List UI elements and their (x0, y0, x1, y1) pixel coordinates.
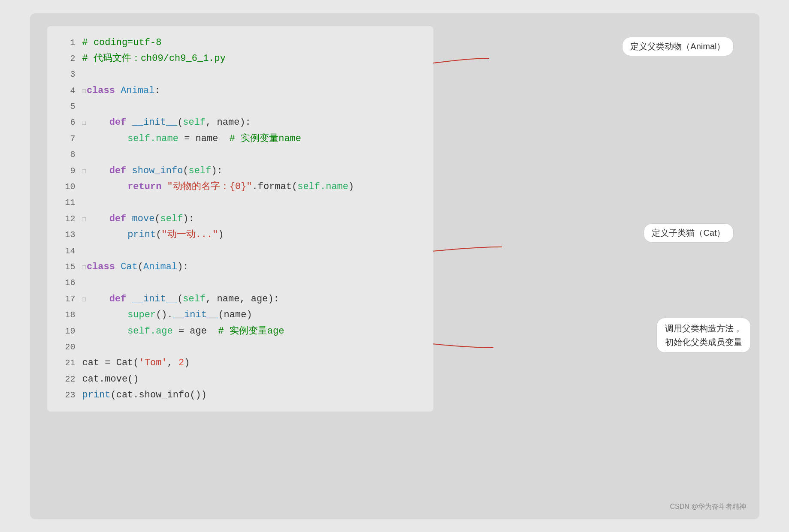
indent-18 (82, 307, 128, 323)
print-2: print (82, 387, 111, 403)
code-line-3: 3 (60, 66, 420, 82)
line-20-content (82, 339, 88, 355)
keyword-def-4: def (109, 291, 132, 307)
indent-19 (82, 323, 128, 339)
fold-icon-12: □ (82, 215, 86, 225)
init-call-18: __init__ (173, 307, 218, 323)
indent-12 (87, 211, 109, 227)
code-line-12: 12 □ def move ( self ): (60, 211, 420, 227)
line-num-22: 22 (60, 372, 76, 387)
paren-12: ( (154, 211, 160, 227)
paren-18a: (). (156, 307, 173, 323)
line-num-14: 14 (60, 244, 76, 258)
code-line-19: 19 self.age = age # 实例变量age (60, 323, 420, 339)
indent-6 (87, 114, 109, 130)
code-line-14: 14 (60, 243, 420, 259)
class-name-cat: Cat (121, 259, 138, 275)
line-num-20: 20 (60, 340, 76, 355)
fold-icon-15: □ (82, 263, 86, 273)
line-5-content (82, 99, 88, 114)
close-12: ): (183, 211, 194, 227)
line-num-6: 6 (60, 115, 76, 130)
code-line-5: 5 (60, 99, 420, 114)
args-17: , name, age): (206, 291, 279, 307)
dot-10: .format( (252, 179, 298, 195)
line-num-7: 7 (60, 132, 76, 146)
footer-text: CSDN @华为奋斗者精神 (670, 502, 746, 511)
code-line-18: 18 super (). __init__ (name) (60, 307, 420, 323)
code-line-20: 20 (60, 339, 420, 355)
colon-1: : (154, 83, 160, 99)
code-line-11: 11 (60, 195, 420, 210)
func-move: move (132, 211, 155, 227)
string-tom: 'Tom' (139, 355, 167, 371)
comma-21: , (167, 355, 178, 371)
code-line-1: 1 # coding=utf-8 (60, 35, 420, 51)
close-10: ) (348, 179, 354, 195)
line-num-21: 21 (60, 356, 76, 370)
indent-9 (87, 163, 109, 179)
keyword-def-3: def (109, 211, 132, 227)
keyword-class-1: class (87, 83, 121, 99)
self-name-1: self.name (127, 131, 178, 147)
paren-18b: (name) (218, 307, 252, 323)
annotation-3: 调用父类构造方法，初始化父类成员变量 (656, 318, 751, 353)
self-4: self (183, 291, 206, 307)
line-num-11: 11 (60, 195, 76, 210)
comment-7: # 实例变量name (230, 131, 301, 147)
line-num-18: 18 (60, 308, 76, 322)
code-line-7: 7 self.name = name # 实例变量name (60, 131, 420, 147)
line-16-content (82, 275, 88, 291)
indent-13 (82, 227, 128, 243)
fold-icon-9: □ (82, 167, 86, 177)
self-3: self (160, 211, 183, 227)
close-21: ) (184, 355, 190, 371)
func-show: show_info (132, 163, 183, 179)
line-num-2: 2 (60, 51, 76, 66)
indent-7 (82, 131, 128, 147)
self-age: self.age (127, 323, 173, 339)
class-name-animal: Animal (121, 83, 154, 99)
annotation-1: 定义父类动物（Animal） (622, 37, 733, 56)
code-line-23: 23 print (cat.show_info()) (60, 387, 420, 403)
code-line-16: 16 (60, 275, 420, 291)
paren-17: ( (177, 291, 183, 307)
cat-var: cat = Cat( (82, 355, 139, 371)
line-num-10: 10 (60, 180, 76, 194)
line-num-16: 16 (60, 276, 76, 290)
line-num-15: 15 (60, 260, 76, 274)
paren-13b: ) (218, 227, 224, 243)
line-num-13: 13 (60, 228, 76, 242)
cat-move: cat.move() (82, 371, 139, 387)
line-num-4: 4 (60, 84, 76, 98)
code-line-4: 4 □ class Animal : (60, 83, 420, 99)
comment-19: # 实例变量age (218, 323, 284, 339)
indent-10 (82, 179, 128, 195)
line-11-content (82, 195, 88, 210)
line-num-5: 5 (60, 99, 76, 114)
code-line-2: 2 # 代码文件：ch09/ch9_6_1.py (60, 51, 420, 66)
line-num-19: 19 (60, 324, 76, 339)
code-line-22: 22 cat.move() (60, 371, 420, 387)
parent-animal: Animal (143, 259, 177, 275)
return-kw: return (127, 179, 167, 195)
line-8-content (82, 147, 88, 162)
close-9: ): (211, 163, 222, 179)
print-1: print (127, 227, 156, 243)
assign-19: = age (173, 323, 218, 339)
line-2-content: # 代码文件：ch09/ch9_6_1.py (82, 51, 226, 66)
fold-icon-6: □ (82, 118, 86, 129)
keyword-class-2: class (87, 259, 121, 275)
paren-9: ( (183, 163, 188, 179)
self-name-2: self.name (297, 179, 348, 195)
code-line-15: 15 □ class Cat ( Animal ): (60, 259, 420, 275)
assign-7: = name (178, 131, 230, 147)
paren-6: ( (177, 114, 183, 130)
code-line-10: 10 return "动物的名字：{0}" .format( self.name… (60, 179, 420, 195)
fold-icon-17: □ (82, 295, 86, 305)
func-init-1: __init__ (132, 114, 178, 130)
string-10: "动物的名字：{0}" (167, 179, 252, 195)
code-block: 1 # coding=utf-8 2 # 代码文件：ch09/ch9_6_1.p… (47, 26, 433, 412)
code-line-6: 6 □ def __init__ ( self , name): (60, 114, 420, 130)
fold-icon-4: □ (82, 87, 86, 97)
